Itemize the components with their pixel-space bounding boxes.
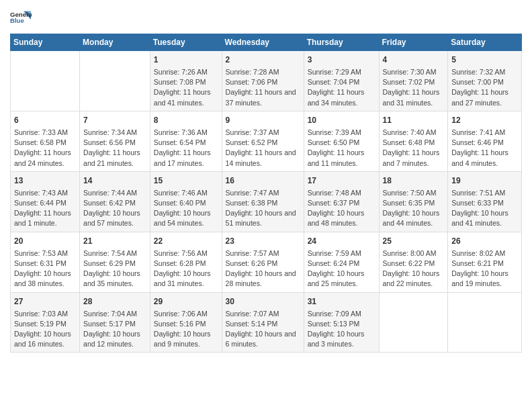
- calendar-cell: 17Sunrise: 7:48 AM Sunset: 6:37 PM Dayli…: [304, 171, 379, 232]
- calendar-cell: 30Sunrise: 7:07 AM Sunset: 5:14 PM Dayli…: [222, 292, 304, 353]
- calendar-cell: 11Sunrise: 7:40 AM Sunset: 6:48 PM Dayli…: [379, 111, 448, 171]
- calendar-body: 1Sunrise: 7:26 AM Sunset: 7:08 PM Daylig…: [11, 51, 522, 353]
- day-number: 5: [451, 54, 518, 66]
- day-number: 23: [226, 235, 300, 247]
- logo: GeneralBlue: [10, 7, 32, 28]
- calendar-cell: 22Sunrise: 7:56 AM Sunset: 6:28 PM Dayli…: [150, 232, 222, 292]
- day-number: 18: [383, 175, 445, 187]
- day-number: 7: [83, 114, 146, 126]
- day-content: Sunrise: 7:53 AM Sunset: 6:31 PM Dayligh…: [14, 248, 76, 289]
- day-number: 26: [451, 235, 518, 247]
- day-number: 13: [14, 175, 76, 187]
- header-row: SundayMondayTuesdayWednesdayThursdayFrid…: [11, 34, 522, 51]
- day-content: Sunrise: 8:00 AM Sunset: 6:22 PM Dayligh…: [383, 248, 445, 289]
- calendar-cell: 8Sunrise: 7:36 AM Sunset: 6:54 PM Daylig…: [150, 111, 222, 171]
- day-content: Sunrise: 7:56 AM Sunset: 6:28 PM Dayligh…: [154, 248, 218, 289]
- day-number: 3: [308, 54, 375, 66]
- calendar-week-row: 6Sunrise: 7:33 AM Sunset: 6:58 PM Daylig…: [11, 111, 522, 171]
- calendar-cell: 1Sunrise: 7:26 AM Sunset: 7:08 PM Daylig…: [150, 51, 222, 111]
- day-number: 1: [154, 54, 218, 66]
- calendar-week-row: 27Sunrise: 7:03 AM Sunset: 5:19 PM Dayli…: [11, 292, 522, 353]
- calendar-cell: 5Sunrise: 7:32 AM Sunset: 7:00 PM Daylig…: [448, 51, 522, 111]
- day-content: Sunrise: 7:03 AM Sunset: 5:19 PM Dayligh…: [14, 309, 76, 350]
- header-cell-monday: Monday: [80, 34, 150, 51]
- day-content: Sunrise: 7:39 AM Sunset: 6:50 PM Dayligh…: [308, 128, 375, 169]
- calendar-cell: 27Sunrise: 7:03 AM Sunset: 5:19 PM Dayli…: [11, 292, 80, 353]
- header-cell-wednesday: Wednesday: [222, 34, 304, 51]
- calendar-cell: 23Sunrise: 7:57 AM Sunset: 6:26 PM Dayli…: [222, 232, 304, 292]
- calendar-cell: 28Sunrise: 7:04 AM Sunset: 5:17 PM Dayli…: [80, 292, 150, 353]
- header-cell-thursday: Thursday: [304, 34, 379, 51]
- day-content: Sunrise: 7:47 AM Sunset: 6:38 PM Dayligh…: [226, 188, 300, 229]
- day-number: 11: [383, 114, 445, 126]
- day-content: Sunrise: 7:50 AM Sunset: 6:35 PM Dayligh…: [383, 188, 445, 229]
- calendar-cell: 2Sunrise: 7:28 AM Sunset: 7:06 PM Daylig…: [222, 51, 304, 111]
- day-number: 21: [83, 235, 146, 247]
- day-number: 9: [226, 114, 300, 126]
- day-number: 17: [308, 175, 375, 187]
- day-number: 27: [14, 295, 76, 308]
- calendar-header: SundayMondayTuesdayWednesdayThursdayFrid…: [11, 34, 522, 51]
- day-number: 28: [83, 295, 146, 308]
- day-number: 29: [154, 295, 218, 308]
- day-number: 6: [14, 114, 76, 126]
- calendar-cell: 13Sunrise: 7:43 AM Sunset: 6:44 PM Dayli…: [11, 171, 80, 232]
- day-content: Sunrise: 7:09 AM Sunset: 5:13 PM Dayligh…: [308, 309, 375, 350]
- calendar-cell: 21Sunrise: 7:54 AM Sunset: 6:29 PM Dayli…: [80, 232, 150, 292]
- day-content: Sunrise: 7:34 AM Sunset: 6:56 PM Dayligh…: [83, 128, 146, 169]
- day-content: Sunrise: 7:54 AM Sunset: 6:29 PM Dayligh…: [83, 248, 146, 289]
- day-content: Sunrise: 7:40 AM Sunset: 6:48 PM Dayligh…: [383, 128, 445, 169]
- day-number: 24: [308, 235, 375, 247]
- logo-svg: GeneralBlue: [10, 7, 32, 28]
- calendar-cell: 15Sunrise: 7:46 AM Sunset: 6:40 PM Dayli…: [150, 171, 222, 232]
- day-number: 20: [14, 235, 76, 247]
- svg-text:Blue: Blue: [10, 17, 24, 24]
- calendar-cell: 7Sunrise: 7:34 AM Sunset: 6:56 PM Daylig…: [80, 111, 150, 171]
- day-number: 10: [308, 114, 375, 126]
- calendar-cell: 14Sunrise: 7:44 AM Sunset: 6:42 PM Dayli…: [80, 171, 150, 232]
- day-number: 19: [451, 175, 518, 187]
- day-number: 4: [383, 54, 445, 66]
- day-number: 30: [226, 295, 300, 308]
- day-number: 8: [154, 114, 218, 126]
- day-content: Sunrise: 7:04 AM Sunset: 5:17 PM Dayligh…: [83, 309, 146, 350]
- day-content: Sunrise: 7:36 AM Sunset: 6:54 PM Dayligh…: [154, 128, 218, 169]
- day-number: 12: [451, 114, 518, 126]
- day-content: Sunrise: 7:48 AM Sunset: 6:37 PM Dayligh…: [308, 188, 375, 229]
- day-content: Sunrise: 7:33 AM Sunset: 6:58 PM Dayligh…: [14, 128, 76, 169]
- calendar-cell: [80, 51, 150, 111]
- calendar-cell: 18Sunrise: 7:50 AM Sunset: 6:35 PM Dayli…: [379, 171, 448, 232]
- day-content: Sunrise: 7:43 AM Sunset: 6:44 PM Dayligh…: [14, 188, 76, 229]
- day-content: Sunrise: 7:59 AM Sunset: 6:24 PM Dayligh…: [308, 248, 375, 289]
- day-content: Sunrise: 7:51 AM Sunset: 6:33 PM Dayligh…: [451, 188, 518, 229]
- calendar-cell: 26Sunrise: 8:02 AM Sunset: 6:21 PM Dayli…: [448, 232, 522, 292]
- day-content: Sunrise: 7:44 AM Sunset: 6:42 PM Dayligh…: [83, 188, 146, 229]
- day-number: 2: [226, 54, 300, 66]
- day-content: Sunrise: 7:57 AM Sunset: 6:26 PM Dayligh…: [226, 248, 300, 289]
- page-header: GeneralBlue: [10, 7, 522, 28]
- day-number: 25: [383, 235, 445, 247]
- calendar-cell: 31Sunrise: 7:09 AM Sunset: 5:13 PM Dayli…: [304, 292, 379, 353]
- calendar-cell: [448, 292, 522, 353]
- day-content: Sunrise: 7:06 AM Sunset: 5:16 PM Dayligh…: [154, 309, 218, 350]
- day-number: 31: [308, 295, 375, 308]
- day-content: Sunrise: 7:30 AM Sunset: 7:02 PM Dayligh…: [383, 67, 445, 108]
- day-content: Sunrise: 7:37 AM Sunset: 6:52 PM Dayligh…: [226, 128, 300, 169]
- day-content: Sunrise: 7:07 AM Sunset: 5:14 PM Dayligh…: [226, 309, 300, 350]
- calendar-cell: 29Sunrise: 7:06 AM Sunset: 5:16 PM Dayli…: [150, 292, 222, 353]
- calendar-cell: 3Sunrise: 7:29 AM Sunset: 7:04 PM Daylig…: [304, 51, 379, 111]
- calendar-cell: 19Sunrise: 7:51 AM Sunset: 6:33 PM Dayli…: [448, 171, 522, 232]
- calendar-cell: [11, 51, 80, 111]
- calendar-cell: 20Sunrise: 7:53 AM Sunset: 6:31 PM Dayli…: [11, 232, 80, 292]
- calendar-week-row: 20Sunrise: 7:53 AM Sunset: 6:31 PM Dayli…: [11, 232, 522, 292]
- day-number: 15: [154, 175, 218, 187]
- calendar-cell: 9Sunrise: 7:37 AM Sunset: 6:52 PM Daylig…: [222, 111, 304, 171]
- day-number: 16: [226, 175, 300, 187]
- calendar-cell: 6Sunrise: 7:33 AM Sunset: 6:58 PM Daylig…: [11, 111, 80, 171]
- calendar-cell: 4Sunrise: 7:30 AM Sunset: 7:02 PM Daylig…: [379, 51, 448, 111]
- day-content: Sunrise: 7:26 AM Sunset: 7:08 PM Dayligh…: [154, 67, 218, 108]
- day-content: Sunrise: 8:02 AM Sunset: 6:21 PM Dayligh…: [451, 248, 518, 289]
- day-content: Sunrise: 7:28 AM Sunset: 7:06 PM Dayligh…: [226, 67, 300, 108]
- header-cell-tuesday: Tuesday: [150, 34, 222, 51]
- calendar-cell: 25Sunrise: 8:00 AM Sunset: 6:22 PM Dayli…: [379, 232, 448, 292]
